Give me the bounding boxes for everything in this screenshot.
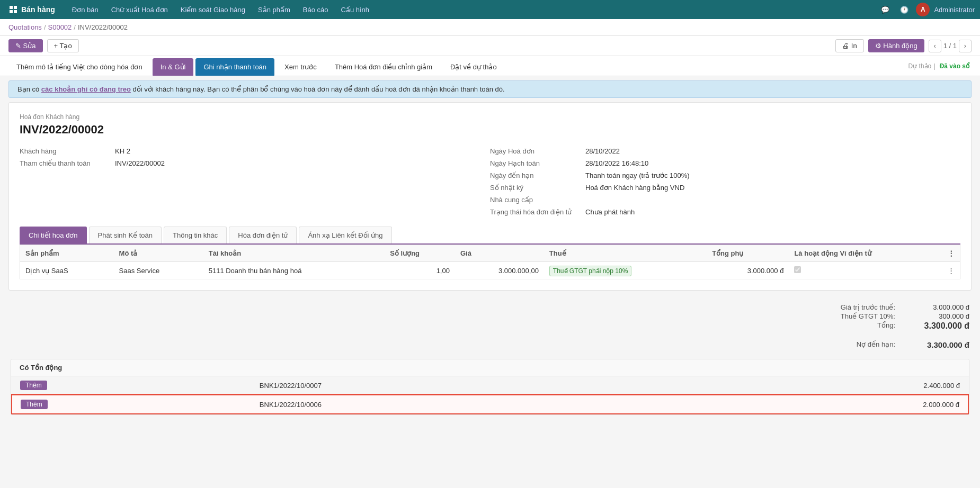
detail-table: Sản phẩm Mô tả Tài khoản Số lượng Giá Th… [20,245,960,279]
label-ref: Tham chiếu thanh toán [20,159,115,167]
form-row-due: Ngày đến hạn Thanh toán ngay (trả trước … [490,171,960,179]
tab-ghi-nhan[interactable]: Ghi nhận thanh toán [195,58,274,76]
chat-icon[interactable]: 💬 [878,2,893,17]
pager-prev[interactable]: ‹ [929,40,941,52]
table-row: Dịch vụ SaaS Saas Service 5111 Doanh thu… [20,262,960,279]
nav-cau-hinh[interactable]: Cấu hình [335,0,376,19]
app-grid-icon[interactable] [5,0,21,19]
print-button[interactable]: 🖨 In [835,39,863,52]
value-vat: 300.000 đ [906,312,969,320]
form-row-einvoice: Trạng thái hóa đơn điện tử Chưa phát hàn… [490,208,960,216]
label-customer: Khách hàng [20,147,115,155]
warning-banner: Bạn có các khoản ghi có đang treo đối vớ… [8,80,972,98]
td-product: Dịch vụ SaaS [20,262,114,279]
value-total: 3.300.000 đ [906,321,969,331]
outstanding-btn-2[interactable]: Thêm [12,395,251,414]
nav-don-ban[interactable]: Đơn bán [66,0,105,19]
form-row-accounting-date: Ngày Hạch toán 28/10/2022 16:48:10 [490,159,960,167]
breadcrumb: Quotations / S00002 / INV/2022/00002 [0,19,980,36]
edit-button[interactable]: ✎ Sửa [8,39,43,52]
electronic-checkbox [794,266,801,273]
td-more[interactable]: ⋮ [942,262,960,279]
outstanding-amount-2: 2.000.000 đ [678,395,968,414]
outstanding-header: Có Tồn động [11,359,969,376]
value-due-amount: 3.300.000 đ [906,340,969,349]
detail-tab-anhxa[interactable]: Ánh xạ Liên kết Đối ứng [299,227,391,243]
summary-row-due: Nợ đến hạn: 3.300.000 đ [758,340,969,349]
th-electronic: Là hoạt động Ví điện tử [789,245,942,262]
value-einvoice: Chưa phát hành [585,208,635,216]
svg-rect-2 [10,10,13,13]
detail-tab-thongtin[interactable]: Thông tin khác [164,227,227,243]
main-content: Hoá đơn Khách hàng INV/2022/00002 Khách … [8,102,972,291]
label-journal: Số nhật ký [490,184,585,192]
nav-bao-cao[interactable]: Báo cáo [297,0,335,19]
breadcrumb-sep2: / [74,23,76,31]
form-row-ref: Tham chiếu thanh toán INV/2022/00002 [20,159,490,167]
value-customer: KH 2 [115,147,130,155]
summary-row-vat: Thuế GTGT 10%: 300.000 đ [758,312,969,320]
th-quantity: Số lượng [385,245,455,262]
td-subtotal: 3.000.000 đ [707,262,789,279]
label-total: Tổng: [758,321,895,331]
clock-icon[interactable]: 🕐 [897,2,912,17]
outstanding-btn-1[interactable]: Thêm [12,376,251,395]
action-button[interactable]: ⚙ Hành động [868,39,924,52]
tab-du-thao[interactable]: Đặt về dự thảo [442,58,505,76]
td-account: 5111 Doanh thu bán hàng hoá [203,262,385,279]
outstanding-ref-1: BNK1/2022/10/0007 [251,376,678,395]
label-einvoice: Trạng thái hóa đơn điện tử [490,208,585,216]
breadcrumb-invoice: INV/2022/00002 [78,23,128,31]
svg-rect-1 [14,6,17,9]
detail-tab-hoadondientu[interactable]: Hóa đơn điện tử [229,227,297,243]
outstanding-row-1: Thêm BNK1/2022/10/0007 2.400.000 đ [12,376,968,395]
status-sep: | [931,58,937,74]
tax-badge: Thuế GTGT phải nộp 10% [549,266,632,276]
td-description: Saas Service [114,262,203,279]
detail-tab-phatsinh[interactable]: Phát sinh Kế toán [89,227,162,243]
tab-mo-ta[interactable]: Thêm mô tả tiếng Việt cho dòng hóa đơn [8,58,150,76]
value-accounting-date: 28/10/2022 16:48:10 [585,159,648,167]
form-left: Khách hàng KH 2 Tham chiếu thanh toán IN… [20,147,490,216]
action-tabs: Thêm mô tả tiếng Việt cho dòng hóa đơn I… [0,56,980,76]
nav-kiem-soat[interactable]: Kiểm soát Giao hàng [174,0,252,19]
label-accounting-date: Ngày Hạch toán [490,159,585,167]
section-label: Hoá đơn Khách hàng [20,113,960,121]
tab-in-gui[interactable]: In & Gửi [153,58,194,76]
th-description: Mô tả [114,245,203,262]
them-button-2[interactable]: Thêm [21,400,48,409]
value-journal: Hoá đơn Khách hàng bằng VND [585,184,684,192]
value-ref: INV/2022/00002 [115,159,165,167]
td-price: 3.000.000,00 [455,262,544,279]
admin-name[interactable]: Administrator [934,6,975,14]
label-date: Ngày Hoá đơn [490,147,585,155]
th-price: Giá [455,245,544,262]
label-pretax: Giá trị trước thuế: [758,303,895,311]
new-button[interactable]: + Tạo [47,39,79,52]
td-quantity: 1,00 [385,262,455,279]
value-pretax: 3.000.000 đ [906,303,969,311]
value-date: 28/10/2022 [585,147,620,155]
admin-avatar[interactable]: A [916,3,930,16]
summary-row-total: Tổng: 3.300.000 đ [758,321,969,331]
svg-rect-3 [14,10,17,13]
pager-next[interactable]: › [959,40,972,52]
toolbar: ✎ Sửa + Tạo 🖨 In ⚙ Hành động ‹ 1 / 1 › [0,36,980,56]
breadcrumb-sep1: / [44,23,46,31]
tab-xem-truoc[interactable]: Xem trước [277,58,325,76]
form-row-supplier: Nhà cung cấp [490,196,960,204]
them-button-1[interactable]: Thêm [20,381,47,390]
detail-tabs: Chi tiết hoa đơn Phát sinh Kế toán Thông… [20,227,960,245]
breadcrumb-quotations[interactable]: Quotations [8,23,42,31]
svg-rect-0 [10,6,13,9]
th-tax: Thuế [544,245,707,262]
value-due: Thanh toán ngay (trả trước 100%) [585,171,690,179]
breadcrumb-s00002[interactable]: S00002 [48,23,72,31]
nav-san-pham[interactable]: Sản phẩm [252,0,297,19]
tab-dieu-chinh[interactable]: Thêm Hoá đơn điều chỉnh giảm [327,58,440,76]
nav-xuat-hoa-don[interactable]: Chứ xuất Hoá đơn [105,0,174,19]
topnav: Bán hàng Đơn bán Chứ xuất Hoá đơn Kiểm s… [0,0,980,19]
app-name: Bán hàng [21,5,55,14]
detail-tab-chitiet[interactable]: Chi tiết hoa đơn [20,227,87,243]
warning-link[interactable]: các khoản ghi có đang treo [41,85,131,93]
